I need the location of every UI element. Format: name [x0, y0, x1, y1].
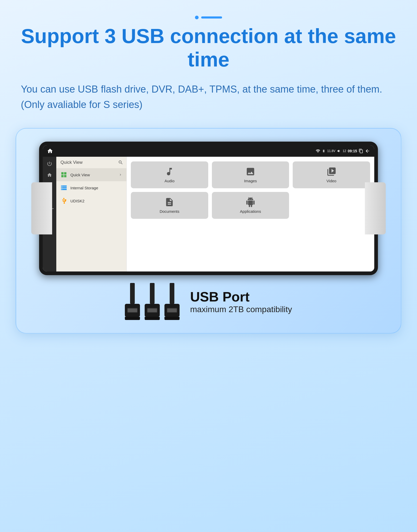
file-item-quickview[interactable]: Quick View	[56, 168, 126, 181]
chevron-right-icon	[119, 173, 122, 177]
search-icon[interactable]	[118, 160, 123, 165]
status-bar: 11.8V 12 09:15	[43, 145, 374, 157]
applications-icon	[246, 197, 255, 207]
documents-label: Documents	[160, 209, 179, 214]
power-icon[interactable]	[47, 161, 52, 167]
usb-port-subtitle: maximum 2TB compatibility	[190, 305, 292, 314]
sidebar-home-icon[interactable]	[47, 172, 52, 178]
grid-item-images[interactable]: Images	[212, 161, 289, 188]
usb-plug-3	[164, 283, 180, 320]
port-1	[127, 308, 138, 313]
bluetooth-icon	[322, 149, 326, 153]
screen: 11.8V 12 09:15	[43, 145, 374, 271]
cable-3	[170, 283, 174, 304]
top-decoration	[0, 0, 417, 19]
file-item-internal-label: Internal Storage	[70, 186, 98, 190]
dot-icon	[195, 16, 199, 19]
subtitle-line-1: You can use USB flash drive, DVR, DAB+, …	[21, 82, 396, 97]
status-right: 11.8V 12 09:15	[316, 148, 370, 154]
head-unit: 11.8V 12 09:15	[39, 142, 378, 275]
images-icon	[246, 167, 255, 177]
usb-plug-1	[125, 283, 140, 320]
usb-port-title: USB Port	[190, 289, 292, 305]
battery-text: 11.8V	[327, 149, 335, 153]
usb-plugs	[125, 283, 180, 320]
tab-3	[164, 317, 180, 320]
file-item-udisk2[interactable]: UDISK2	[56, 194, 126, 207]
wifi-icon	[316, 149, 320, 153]
body-2	[145, 304, 160, 317]
back-icon[interactable]	[365, 148, 370, 154]
usb-plug-2	[145, 283, 160, 320]
main-content-area: 4+ ◁— Quick View	[43, 157, 374, 271]
car-body-right	[365, 182, 386, 234]
documents-icon	[164, 197, 174, 207]
applications-label: Applications	[240, 209, 261, 214]
audio-icon	[164, 167, 174, 177]
port-2	[147, 308, 157, 313]
line-icon	[201, 16, 222, 19]
tab-1	[125, 317, 140, 320]
file-manager-sidebar: Quick View Quick View	[56, 157, 127, 271]
empty-grid-cell	[293, 192, 370, 219]
udisk-icon	[60, 197, 67, 204]
file-item-quickview-label: Quick View	[70, 173, 90, 177]
video-label: Video	[327, 179, 336, 183]
port-3	[167, 308, 177, 313]
grid-item-audio[interactable]: Audio	[131, 161, 208, 188]
grid-item-video[interactable]: Video	[293, 161, 370, 188]
subtitle-block: You can use USB flash drive, DVR, DAB+, …	[21, 82, 396, 112]
car-unit-container: 11.8V 12 09:15	[16, 128, 401, 334]
subtitle-line-2: (Only avaliable for S series)	[21, 97, 396, 112]
volume-icon	[337, 149, 341, 153]
copy-icon	[359, 149, 363, 153]
usb-section: USB Port maximum 2TB compatibility	[32, 283, 385, 320]
home-icon	[47, 148, 53, 154]
time-display: 09:15	[348, 149, 357, 153]
storage-icon	[60, 184, 67, 191]
cable-1	[130, 283, 135, 304]
video-icon	[327, 167, 336, 177]
file-item-internal-storage[interactable]: Internal Storage	[56, 181, 126, 194]
file-item-udisk-label: UDISK2	[70, 199, 84, 203]
grid-item-applications[interactable]: Applications	[212, 192, 289, 219]
usb-text-block: USB Port maximum 2TB compatibility	[190, 289, 292, 314]
audio-label: Audio	[164, 179, 174, 183]
grid-content-panel: Audio Images Video	[127, 157, 374, 271]
quickview-title: Quick View	[60, 160, 83, 165]
tab-2	[145, 317, 160, 320]
car-body-left	[31, 182, 52, 234]
grid-item-documents[interactable]: Documents	[131, 192, 208, 219]
body-1	[125, 304, 140, 317]
volume-value: 12	[343, 149, 346, 153]
body-3	[164, 304, 180, 317]
cable-2	[150, 283, 155, 304]
quickview-icon	[60, 171, 67, 178]
quickview-header: Quick View	[56, 157, 126, 168]
images-label: Images	[244, 179, 257, 183]
main-heading: Support 3 USB connection at the same tim…	[21, 25, 396, 71]
status-left	[47, 148, 53, 154]
